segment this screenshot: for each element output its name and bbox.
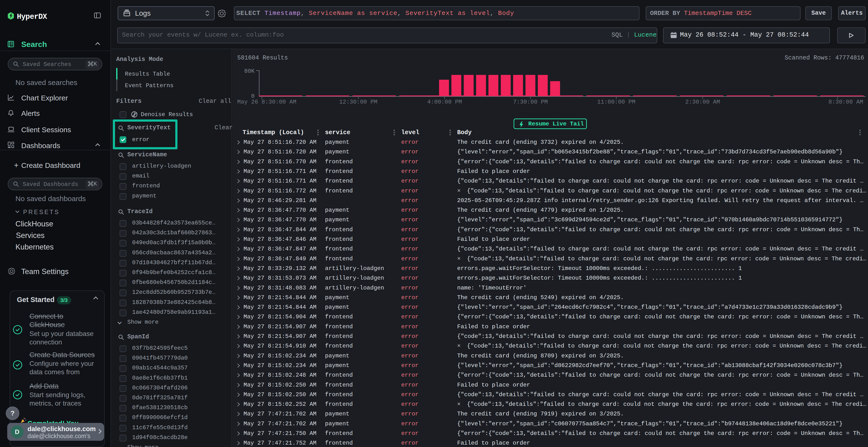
- svg-text:2:30:00 AM: 2:30:00 AM: [685, 99, 720, 105]
- svg-text:7:30:00 PM: 7:30:00 PM: [513, 99, 548, 105]
- svg-text:May 26 8:30:00 AM: May 26 8:30:00 AM: [237, 99, 296, 105]
- svg-text:0: 0: [251, 93, 255, 100]
- svg-text:80K: 80K: [244, 68, 255, 74]
- svg-text:12:30:00 PM: 12:30:00 PM: [339, 99, 377, 105]
- svg-text:4:00:00 PM: 4:00:00 PM: [427, 99, 462, 105]
- svg-text:11:00:00 PM: 11:00:00 PM: [597, 99, 635, 105]
- svg-text:8:30:00 AM: 8:30:00 AM: [829, 99, 863, 105]
